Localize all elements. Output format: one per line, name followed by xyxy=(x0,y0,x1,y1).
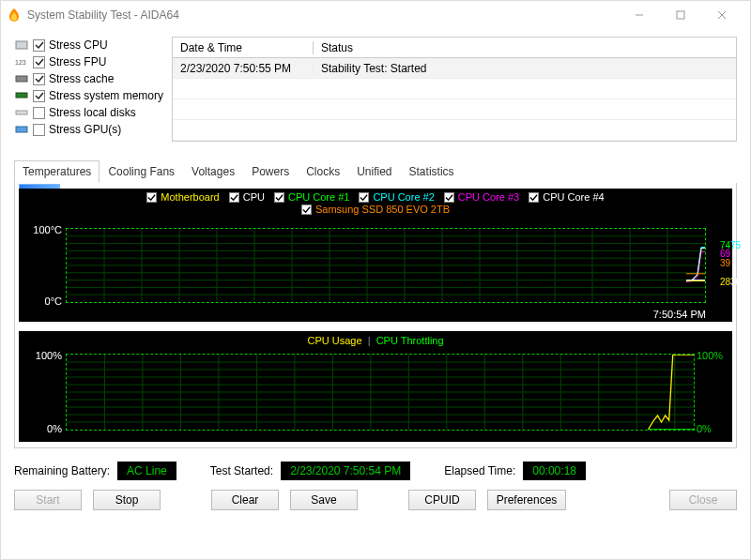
legend-core2[interactable]: CPU Core #2 xyxy=(359,191,434,203)
temp-legend-row2: Samsung SSD 850 EVO 2TB xyxy=(19,201,732,215)
log-header[interactable]: Date & Time Status xyxy=(173,38,736,58)
usage-ymax: 100% xyxy=(24,350,62,361)
label: Stress FPU xyxy=(49,55,106,68)
gpu-icon xyxy=(14,124,29,135)
remaining-battery-value: AC Line xyxy=(117,462,176,480)
checkbox[interactable] xyxy=(33,56,45,68)
val-cpu: 30 xyxy=(730,278,741,286)
button-row: Start Stop Clear Save CPUID Preferences … xyxy=(14,490,737,510)
stress-disks[interactable]: Stress local disks xyxy=(14,104,164,121)
test-started-label: Test Started: xyxy=(210,464,273,477)
val-core2: 75 xyxy=(730,241,741,250)
tab-powers[interactable]: Powers xyxy=(243,160,298,183)
cpuid-button[interactable]: CPUID xyxy=(408,490,476,510)
event-log: Date & Time Status 2/23/2020 7:50:55 PM … xyxy=(172,37,737,142)
svg-rect-7 xyxy=(16,93,27,98)
temp-ymin: 0°C xyxy=(24,295,62,307)
legend-core1[interactable]: CPU Core #1 xyxy=(274,191,349,203)
checkbox[interactable] xyxy=(33,107,45,119)
window-title: System Stability Test - AIDA64 xyxy=(27,8,179,22)
usage-plot-area xyxy=(66,354,695,431)
stress-gpu[interactable]: Stress GPU(s) xyxy=(14,121,164,138)
legend-motherboard[interactable]: Motherboard xyxy=(146,191,219,203)
val-core3: 69 xyxy=(720,250,730,258)
usage-label: CPU Usage xyxy=(307,335,361,346)
log-row-empty xyxy=(173,99,736,120)
throttle-ymax: 100% xyxy=(697,350,728,361)
checkbox[interactable] xyxy=(33,73,45,85)
label: Stress GPU(s) xyxy=(49,123,121,136)
label: Stress CPU xyxy=(49,38,108,52)
svg-rect-6 xyxy=(16,76,27,82)
test-started-value: 2/23/2020 7:50:54 PM xyxy=(281,462,410,480)
checkbox[interactable] xyxy=(33,39,45,52)
legend-core4[interactable]: CPU Core #4 xyxy=(529,191,604,203)
val-mb: 28 xyxy=(720,278,730,286)
usage-chart: CPU Usage | CPU Throttling 100% 0% 100% … xyxy=(19,331,732,442)
temperature-chart: Motherboard CPU CPU Core #1 CPU Core #2 … xyxy=(19,189,732,322)
temp-plot-area xyxy=(66,228,706,303)
svg-rect-4 xyxy=(16,41,27,49)
log-time: 2/23/2020 7:50:55 PM xyxy=(173,62,314,75)
fpu-icon: 123 xyxy=(14,56,29,68)
tab-temperatures[interactable]: Temperatures xyxy=(14,160,100,183)
status-row: Remaining Battery: AC Line Test Started:… xyxy=(14,462,737,480)
checkbox[interactable] xyxy=(33,90,45,102)
log-status: Stability Test: Started xyxy=(314,62,736,75)
titlebar: System Stability Test - AIDA64 xyxy=(1,1,750,29)
usage-ymin: 0% xyxy=(24,423,62,434)
save-button[interactable]: Save xyxy=(290,490,358,510)
preferences-button[interactable]: Preferences xyxy=(487,490,566,510)
maximize-button[interactable] xyxy=(660,1,701,29)
elapsed-time-value: 00:00:18 xyxy=(523,462,586,480)
temp-ymax: 100°C xyxy=(24,224,62,235)
svg-rect-1 xyxy=(677,11,684,19)
tab-clocks[interactable]: Clocks xyxy=(298,160,348,183)
stress-cpu[interactable]: Stress CPU xyxy=(14,37,164,53)
label: Stress local disks xyxy=(49,106,136,119)
log-row-empty xyxy=(173,120,736,141)
chart-tabs: Temperatures Cooling Fans Voltages Power… xyxy=(14,160,737,183)
tab-voltages[interactable]: Voltages xyxy=(183,160,243,183)
chart-container: Motherboard CPU CPU Core #1 CPU Core #2 … xyxy=(14,183,737,448)
start-button[interactable]: Start xyxy=(14,490,82,510)
temp-time-label: 7:50:54 PM xyxy=(653,309,706,320)
svg-text:123: 123 xyxy=(15,59,26,66)
app-icon xyxy=(7,8,22,23)
app-window: System Stability Test - AIDA64 Stress CP… xyxy=(0,0,751,560)
val-ssd: 39 xyxy=(720,259,730,267)
log-row[interactable]: 2/23/2020 7:50:55 PM Stability Test: Sta… xyxy=(173,58,736,79)
checkbox[interactable] xyxy=(33,124,45,136)
clear-button[interactable]: Clear xyxy=(211,490,279,510)
stop-button[interactable]: Stop xyxy=(93,490,161,510)
col-datetime[interactable]: Date & Time xyxy=(173,41,314,54)
memory-icon xyxy=(14,90,29,101)
stress-memory[interactable]: Stress system memory xyxy=(14,87,164,104)
legend-ssd[interactable]: Samsung SSD 850 EVO 2TB xyxy=(301,204,450,215)
close-app-button[interactable]: Close xyxy=(669,490,737,510)
usage-legend: CPU Usage | CPU Throttling xyxy=(19,331,732,346)
throttle-ymin: 0% xyxy=(697,423,728,434)
legend-core3[interactable]: CPU Core #3 xyxy=(444,191,519,203)
log-row-empty xyxy=(173,79,736,99)
minimize-button[interactable] xyxy=(619,1,660,29)
tab-cooling-fans[interactable]: Cooling Fans xyxy=(100,160,183,183)
svg-rect-9 xyxy=(16,127,27,132)
tab-unified[interactable]: Unified xyxy=(348,160,400,183)
throttling-label: CPU Throttling xyxy=(376,335,444,346)
col-status[interactable]: Status xyxy=(314,41,736,54)
stress-options: Stress CPU 123 Stress FPU Stress cache S… xyxy=(14,37,164,142)
stress-cache[interactable]: Stress cache xyxy=(14,70,164,87)
label: Stress cache xyxy=(49,72,114,85)
legend-cpu[interactable]: CPU xyxy=(229,191,265,203)
close-button[interactable] xyxy=(701,1,743,29)
remaining-battery-label: Remaining Battery: xyxy=(14,464,110,477)
cache-icon xyxy=(14,73,29,84)
stress-fpu[interactable]: 123 Stress FPU xyxy=(14,53,164,70)
label: Stress system memory xyxy=(49,89,163,102)
svg-rect-8 xyxy=(16,111,27,114)
cpu-icon xyxy=(14,39,29,51)
elapsed-time-label: Elapsed Time: xyxy=(444,464,515,477)
tab-statistics[interactable]: Statistics xyxy=(401,160,463,183)
disk-icon xyxy=(14,107,29,118)
